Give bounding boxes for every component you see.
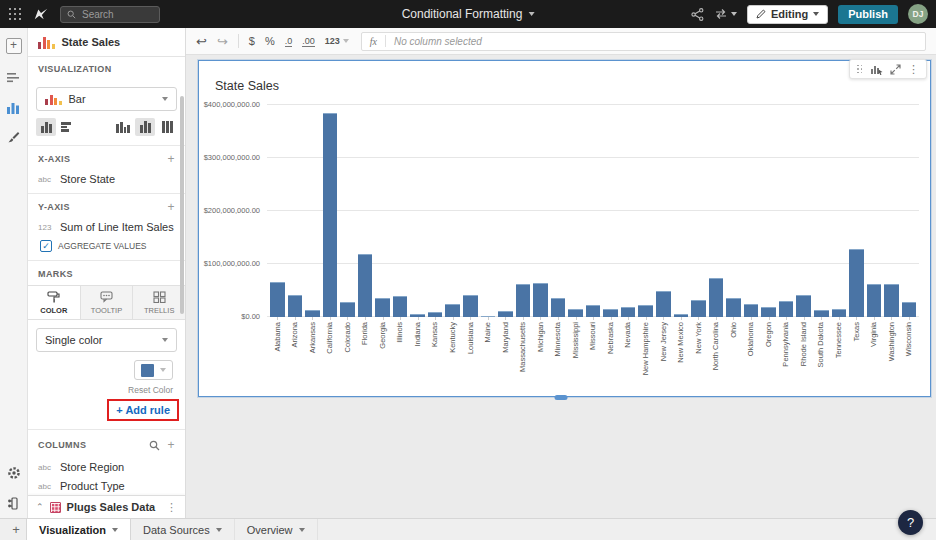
card-resize-handle[interactable] [555,395,568,400]
bar-michigan[interactable] [533,283,548,317]
vertical-bar-toggle[interactable] [36,118,56,136]
element-header[interactable]: State Sales [28,28,185,57]
bar-kentucky[interactable] [445,304,460,317]
user-avatar[interactable]: DJ [908,4,928,24]
percent-format-icon[interactable]: % [265,36,275,47]
tab-visualization[interactable]: Visualization [26,519,131,540]
aggregate-values-toggle[interactable]: ✓ AGGREGATE VALUES [28,233,185,252]
bar-maryland[interactable] [498,311,513,317]
grouped-bar-toggle[interactable] [113,118,133,136]
help-button[interactable]: ? [898,510,923,535]
y-axis-field[interactable]: 123 Sum of Line Item Sales [28,214,185,233]
x-axis-field[interactable]: abc Store State [28,166,185,185]
bar-tennessee[interactable] [832,309,847,317]
currency-format-icon[interactable]: $ [249,36,255,47]
bar-new-york[interactable] [691,300,706,317]
reset-color-link[interactable]: Reset Color [28,380,185,395]
bar-maine[interactable] [481,316,496,317]
add-page-button[interactable]: + [6,519,26,540]
settings-gear-icon[interactable] [6,466,22,480]
bar-wisconsin[interactable] [902,302,917,317]
stacked-bar-toggle[interactable] [135,118,155,136]
horizontal-bar-toggle[interactable] [58,118,78,136]
tab-tooltip[interactable]: TOOLTIP [81,286,134,319]
bar-south-dakota[interactable] [814,310,829,317]
editing-mode-button[interactable]: Editing [747,5,828,24]
bar-rhode-island[interactable] [796,295,811,317]
bar-new-mexico[interactable] [674,314,689,317]
number-format-dropdown[interactable]: 123 [325,36,349,46]
chart-type-dropdown[interactable]: Bar [36,87,177,111]
search-columns-icon[interactable] [149,440,160,451]
bar-arizona[interactable] [288,295,303,317]
bar-illinois[interactable] [393,296,408,317]
color-swatch-picker[interactable] [134,360,173,380]
bar-nebraska[interactable] [603,309,618,317]
share-icon[interactable] [691,8,704,21]
bar-ohio[interactable] [726,298,741,317]
redo-icon[interactable]: ↪ [217,35,228,48]
document-title-menu[interactable]: Conditional Formatting [402,7,535,21]
add-rule-link[interactable]: + Add rule [116,404,170,416]
x-tick-label: Tennessee [832,317,847,393]
bar-north-carolina[interactable] [709,278,724,317]
global-search-input[interactable]: Search [60,6,160,23]
bar-arkansas[interactable] [305,310,320,317]
tab-trellis[interactable]: TRELLIS [133,286,185,319]
formula-bar[interactable]: fx No column selected [361,32,926,51]
color-mode-dropdown[interactable]: Single color [36,328,177,352]
bar-minnesota[interactable] [551,298,566,317]
bar-georgia[interactable] [375,298,390,317]
bar-oklahoma[interactable] [744,304,759,317]
add-element-button[interactable]: + [6,38,22,54]
bar-indiana[interactable] [410,314,425,317]
data-source-row[interactable]: ⌃ Plugs Sales Data ⋮ [28,495,185,518]
bar-louisiana[interactable] [463,295,478,317]
kebab-menu-icon[interactable]: ⋮ [908,63,919,76]
app-grid-icon[interactable] [8,7,22,21]
column-item[interactable]: abcStore Region [28,454,185,473]
bar-oregon[interactable] [761,307,776,317]
column-item[interactable]: abcProduct Type [28,473,185,492]
bar-kansas[interactable] [428,312,443,317]
embed-lineage-icon[interactable] [6,496,22,510]
bar-california[interactable] [323,113,338,317]
tab-data-sources[interactable]: Data Sources [131,519,235,540]
percent-stacked-bar-toggle[interactable] [157,118,177,136]
format-brush-icon[interactable] [6,130,22,144]
bar-pennsylvania[interactable] [779,301,794,317]
add-x-axis-field-button[interactable]: + [168,152,175,166]
bar-virginia[interactable] [867,284,882,317]
workbook-canvas[interactable]: ⋮ State Sales $0.00$100,000,000.00$200,0… [186,55,936,518]
bar-florida[interactable] [358,254,373,317]
maximize-icon[interactable] [890,64,901,75]
chevron-down-icon [216,528,222,532]
publish-button[interactable]: Publish [838,5,898,24]
increase-decimal-icon[interactable]: .00 [302,36,315,47]
explore-chart-icon[interactable] [870,63,883,75]
add-y-axis-field-button[interactable]: + [168,200,175,214]
tab-overview[interactable]: Overview [235,519,318,540]
panel-scrollbar[interactable] [180,96,184,314]
bar-alabama[interactable] [270,282,285,317]
bar-mississippi[interactable] [568,309,583,317]
version-swap-icon[interactable] [714,8,737,20]
add-column-button[interactable]: + [168,438,175,452]
bar-nevada[interactable] [621,307,636,317]
bar-colorado[interactable] [340,302,355,317]
bar-missouri[interactable] [586,305,601,317]
page-elements-icon[interactable] [6,70,22,84]
kebab-menu-icon[interactable]: ⋮ [166,501,177,514]
bar-new-jersey[interactable] [656,291,671,318]
undo-icon[interactable]: ↩ [196,35,207,48]
decrease-decimal-icon[interactable]: .0 [285,36,293,47]
bar-new-hampshire[interactable] [638,305,653,317]
drag-handle-icon[interactable] [857,64,864,74]
bar-texas[interactable] [849,249,864,317]
sigma-logo-icon[interactable] [32,6,50,22]
bar-massachusetts[interactable] [516,284,531,317]
tab-color[interactable]: COLOR [28,286,81,319]
visualization-panel-icon[interactable] [6,100,22,114]
chart-card[interactable]: ⋮ State Sales $0.00$100,000,000.00$200,0… [198,60,931,397]
bar-washington[interactable] [884,284,899,317]
